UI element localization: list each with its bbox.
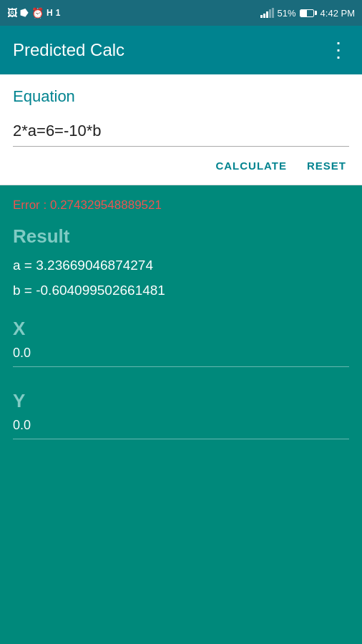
equation-input[interactable] [13,119,349,147]
bluetooth-icon: ⭓ [20,7,29,19]
error-value: 0.274329548889521 [50,198,162,212]
status-icons-right: 51% 4:42 PM [260,8,355,19]
x-value: 0.0 [13,346,349,367]
signal-bars [260,8,274,18]
calculate-button[interactable]: CALCULATE [212,155,290,176]
result-a: a = 3.23669046874274 [13,255,349,276]
y-field-section: Y 0.0 [13,390,349,447]
equation-card: Equation CALCULATE RESET [0,74,362,185]
y-label: Y [13,390,349,412]
battery-icon [300,9,317,17]
reset-button[interactable]: RESET [304,155,349,176]
x-label: X [13,318,349,340]
app-bar: Predicted Calc ⋮ [0,26,362,74]
number-icon: 1 [56,8,61,18]
error-label: Error : [13,198,47,212]
status-icons-left: 🖼 ⭓ ⏰ H 1 [7,7,60,19]
image-icon: 🖼 [7,7,17,19]
y-value: 0.0 [13,418,349,439]
results-section: Error : 0.274329548889521 Result a = 3.2… [0,185,362,447]
time-display: 4:42 PM [321,8,355,19]
h-icon: H [47,8,53,18]
alarm-icon: ⏰ [31,7,44,19]
battery-percent: 51% [278,8,296,19]
equation-label: Equation [13,87,349,106]
result-b: b = -0.604099502661481 [13,280,349,301]
overflow-menu-button[interactable]: ⋮ [328,40,349,60]
app-title: Predicted Calc [13,40,124,60]
status-bar: 🖼 ⭓ ⏰ H 1 51% 4:42 PM [0,0,362,26]
card-actions: CALCULATE RESET [13,147,349,176]
x-field-section: X 0.0 [13,318,349,374]
result-label: Result [13,225,349,248]
error-text: Error : 0.274329548889521 [13,198,349,213]
